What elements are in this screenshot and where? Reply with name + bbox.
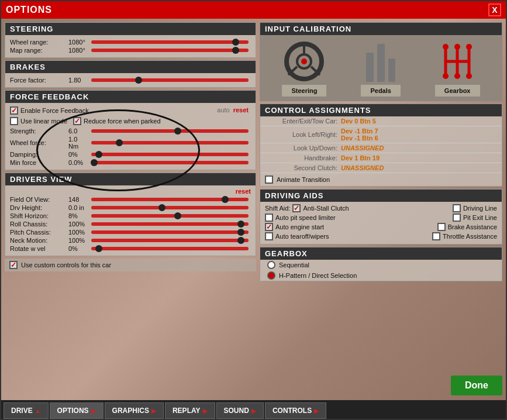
min-force-thumb[interactable] [91,159,98,166]
pit-exit-checkbox[interactable] [453,214,461,222]
right-column: INPUT CALIBRATION Steering [260,22,502,397]
auto-tearoff-checkbox[interactable] [265,232,273,240]
animate-transition-checkbox[interactable] [265,175,273,184]
map-range-slider[interactable] [91,49,249,52]
auto-engine-label: Auto engine start [275,223,324,230]
shift-horizon-slider[interactable] [91,214,249,218]
nav-replay-label: REPLAY [173,407,201,415]
nav-sound[interactable]: SOUND ▶ [216,402,264,419]
sequential-row: Sequential [260,260,502,270]
roll-chassis-thumb[interactable] [237,221,244,228]
sequential-radio[interactable] [267,261,275,269]
pitch-chassis-label: Pitch Chassis: [10,229,68,236]
nav-replay-arrow: ▶ [203,408,208,414]
enable-ff-label: Enable Force Feedback [20,107,89,114]
auto-link[interactable]: auto [217,106,229,113]
neck-motion-value: 100% [68,237,89,244]
auto-engine-checkbox[interactable]: ✓ [265,223,273,231]
damping-thumb[interactable] [95,151,102,158]
window-title: OPTIONS [6,5,52,15]
pitch-chassis-thumb[interactable] [237,229,244,236]
wheel-force-label: Wheel force: [10,139,68,146]
wheel-force-slider[interactable] [91,141,249,144]
nav-drive[interactable]: DRIVE ▲ [4,402,49,419]
force-factor-value: 1.80 [68,77,89,84]
auto-tearoff-label: Auto tearoff/wipers [275,233,329,240]
steering-cal-item: Steering [281,41,327,97]
damping-label: Damping: [10,151,68,158]
gearbox-cal-item: Gearbox [434,41,481,97]
input-calibration-panel: INPUT CALIBRATION Steering [260,22,502,101]
rotate-vel-slider[interactable] [91,247,249,250]
pitch-chassis-slider[interactable] [91,230,249,234]
drv-height-row: Drv Height: 0.0 in [10,204,251,211]
driving-line-checkbox[interactable] [453,204,461,212]
brake-assist-checkbox[interactable] [437,223,446,231]
min-force-slider[interactable] [91,161,249,164]
enable-ff-row: ✓ Enable Force Feedback [10,106,89,115]
sequential-label: Sequential [279,261,309,268]
gearbox-cal-button[interactable]: Gearbox [434,84,481,97]
nav-graphics[interactable]: GRAPHICS ▶ [105,402,164,419]
nav-options[interactable]: OPTIONS ▶ [50,402,104,419]
nav-replay[interactable]: REPLAY ▶ [165,402,215,419]
roll-chassis-slider[interactable] [91,222,249,226]
force-factor-slider[interactable] [91,78,249,82]
roll-chassis-row: Roll Chassis: 100% [10,221,251,228]
custom-controls-label: Use custom controls for this car [21,261,111,268]
driving-aids-header: DRIVING AIDS [260,190,502,202]
steering-inner: Wheel range: 1080° Map range: 1080° [5,35,256,57]
hpattern-radio[interactable] [267,271,275,280]
linear-mode-checkbox[interactable] [10,117,18,125]
ff-reset-link[interactable]: reset [233,106,249,113]
fov-slider[interactable] [91,198,249,201]
done-button[interactable]: Done [451,376,502,395]
strength-label: Strength: [10,128,68,135]
custom-controls-checkbox[interactable]: ✓ [9,261,18,269]
drv-height-slider[interactable] [91,206,249,209]
custom-controls-check: ✓ [11,261,16,268]
strength-thumb[interactable] [174,128,181,135]
damping-row: Damping: 0% [10,151,251,158]
hpattern-label: H-Pattern / Direct Selection [279,272,357,279]
fov-value: 148 [68,196,89,203]
neck-motion-slider[interactable] [91,239,249,242]
control-assignments-header: CONTROL ASSIGNMENTS [260,104,502,116]
reduce-force-checkbox[interactable]: ✓ [73,117,81,125]
close-button[interactable]: X [488,4,501,16]
wheel-range-thumb[interactable] [232,39,239,46]
linear-mode-row: Use linear mode [10,117,67,125]
neck-motion-thumb[interactable] [237,237,244,244]
nav-controls-label: CONTROLS [273,407,312,415]
pedals-cal-button[interactable]: Pedals [360,84,401,97]
wheel-force-thumb[interactable] [116,139,123,146]
damping-slider[interactable] [91,153,249,156]
fov-thumb[interactable] [222,196,229,203]
reduce-force-row: ✓ Reduce force when parked [73,117,160,125]
shift-aid-checkbox[interactable]: ✓ [292,204,301,212]
title-bar: OPTIONS X [1,1,506,19]
wheel-range-slider[interactable] [91,40,249,44]
force-factor-thumb[interactable] [135,77,142,84]
nav-controls-arrow: ▶ [314,408,319,414]
rotate-vel-thumb[interactable] [95,245,102,252]
auto-pit-checkbox[interactable] [265,214,273,222]
strength-slider[interactable] [91,129,249,133]
rotate-vel-value: 0% [68,245,89,252]
force-factor-row: Force factor: 1.80 [10,77,251,84]
nav-drive-arrow: ▲ [35,408,41,414]
throttle-assist-checkbox[interactable] [432,232,440,240]
shift-horizon-thumb[interactable] [174,212,181,219]
drivers-view-reset[interactable]: reset [236,188,251,195]
pedal-1 [366,53,374,82]
drv-height-thumb[interactable] [158,204,165,211]
steering-cal-button[interactable]: Steering [281,84,327,97]
map-range-thumb[interactable] [232,47,239,54]
gearbox-panel: GEARBOX Sequential H-Pattern / Direct Se… [260,247,502,281]
drv-height-label: Drv Height: [10,204,68,211]
assignment-label-1: Look Left/Right: [265,131,341,138]
assignment-value-3: Dev 1 Btn 19 [341,154,380,161]
linear-mode-label: Use linear mode [20,118,67,125]
enable-ff-checkbox[interactable]: ✓ [10,106,18,115]
nav-controls[interactable]: CONTROLS ▶ [265,402,326,419]
